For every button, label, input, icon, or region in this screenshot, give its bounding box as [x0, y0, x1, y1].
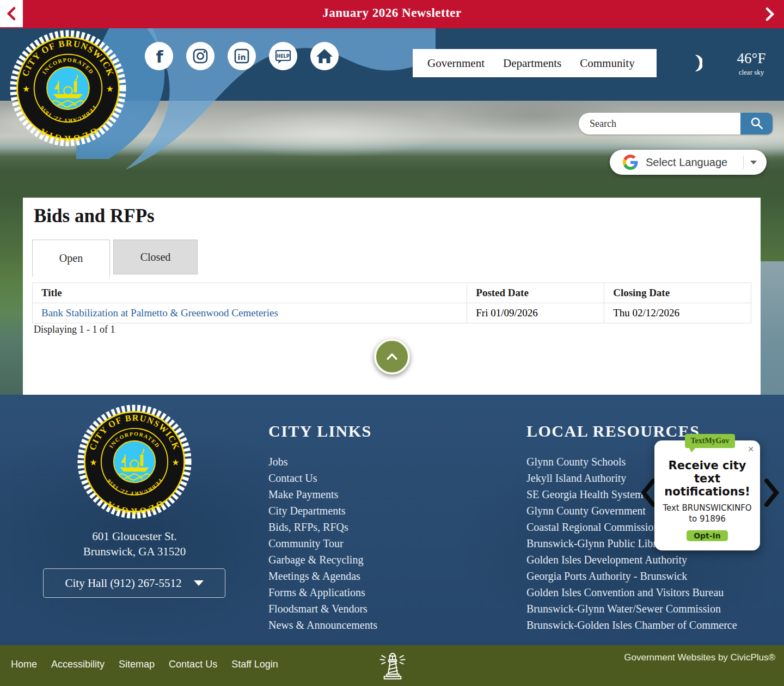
divider — [743, 156, 744, 169]
results-count: Displaying 1 - 1 of 1 — [34, 324, 115, 335]
local-resource-link[interactable]: Golden Isles Convention and Visitors Bur… — [526, 584, 737, 601]
language-selector-label: Select Language — [646, 156, 743, 169]
col-header-closing-date: Closing Date — [604, 283, 751, 303]
caret-down-icon — [194, 580, 204, 586]
address-line1: 601 Gloucester St. — [53, 530, 216, 543]
city-link[interactable]: City Departments — [268, 503, 377, 519]
language-selector[interactable]: Select Language — [610, 150, 767, 175]
bid-title-link[interactable]: Bank Stabilization at Palmetto & Greenwo… — [41, 307, 278, 318]
facebook-glyph: f — [145, 42, 173, 70]
search-button[interactable] — [740, 113, 773, 134]
civicplus-credit[interactable]: Government Websites by CivicPlus® — [624, 652, 775, 663]
local-resource-link[interactable]: Golden Isles Development Authority — [526, 552, 737, 568]
newsletter-title[interactable]: January 2026 Newsletter — [0, 6, 784, 20]
local-resources-title: LOCAL RESOURCES — [526, 422, 700, 440]
city-link[interactable]: Community Tour — [268, 535, 377, 552]
weather-temp: 46°F — [724, 50, 779, 67]
city-link[interactable]: Garbage & Recycling — [268, 552, 377, 568]
city-link[interactable]: Floodsmart & Vendors — [268, 601, 377, 617]
linkedin-icon[interactable]: in — [228, 42, 256, 70]
bottom-link-accessibility[interactable]: Accessibility — [51, 659, 105, 670]
address-line2: Brunswick, GA 31520 — [53, 545, 216, 559]
local-resource-link[interactable]: Georgia Ports Authority - Brunswick — [526, 568, 737, 584]
google-icon — [623, 155, 638, 170]
search-icon — [749, 115, 765, 132]
city-link[interactable]: Jobs — [268, 454, 377, 470]
help-icon[interactable]: HELP — [269, 42, 297, 70]
nav-government[interactable]: Government — [418, 57, 494, 70]
phone-dropdown[interactable]: City Hall (912) 267-5512 — [43, 568, 225, 598]
opt-in-button[interactable]: Opt-In — [687, 530, 728, 541]
city-link[interactable]: Bids, RFPs, RFQs — [268, 519, 377, 535]
textmygov-popup: TextMyGov ✕ Receive city text notificati… — [654, 440, 760, 550]
city-seal-footer — [77, 405, 192, 519]
close-icon[interactable]: ✕ — [748, 445, 754, 454]
lighthouse-icon — [378, 648, 407, 683]
utility-links: Home Accessibility Sitemap Contact Us St… — [11, 659, 278, 670]
page: CITY OF BRUNSWICK GEORGIA ★ ★ INCORPORAT… — [0, 0, 784, 686]
bid-posted-date: Fri 01/09/2026 — [467, 303, 604, 323]
city-link[interactable]: Meetings & Agendas — [268, 568, 377, 584]
city-link[interactable]: News & Announcements — [268, 617, 377, 633]
weather-widget[interactable]: 46°F clear sky — [724, 50, 779, 77]
newsletter-banner: January 2026 Newsletter — [0, 0, 784, 28]
city-seal-logo[interactable] — [10, 30, 126, 146]
linkedin-glyph: in — [228, 42, 256, 70]
weather-condition: clear sky — [724, 68, 779, 77]
svg-text:in: in — [238, 53, 246, 62]
local-resource-link[interactable]: Brunswick-Golden Isles Chamber of Commer… — [526, 617, 737, 633]
site-header: f in HELP — [0, 28, 784, 101]
popup-title: Receive city text notifications! — [660, 459, 755, 498]
page-title: Bids and RFPs — [34, 205, 155, 227]
bids-table: Title Posted Date Closing Date Bank Stab… — [32, 283, 751, 323]
bid-closing-date: Thu 02/12/2026 — [604, 303, 751, 323]
nav-community[interactable]: Community — [571, 57, 644, 70]
instagram-glyph — [186, 42, 215, 70]
city-link[interactable]: Contact Us — [268, 470, 377, 486]
bottom-bar: Home Accessibility Sitemap Contact Us St… — [0, 645, 784, 686]
chevron-down-icon — [750, 161, 757, 164]
textmygov-badge: TextMyGov — [685, 434, 735, 448]
table-row: Bank Stabilization at Palmetto & Greenwo… — [33, 303, 751, 323]
newsletter-next-button[interactable] — [760, 4, 780, 24]
bottom-link-sitemap[interactable]: Sitemap — [119, 659, 155, 670]
bottom-link-contact-us[interactable]: Contact Us — [169, 659, 217, 670]
local-resource-link[interactable]: Brunswick-Glynn Water/Sewer Commission — [526, 601, 737, 617]
search-input[interactable] — [579, 113, 740, 134]
facebook-icon[interactable]: f — [145, 42, 173, 70]
home-icon[interactable] — [310, 42, 339, 70]
table-header-row: Title Posted Date Closing Date — [33, 283, 751, 303]
city-link[interactable]: Make Payments — [268, 486, 377, 503]
bottom-link-home[interactable]: Home — [11, 659, 37, 670]
tab-open[interactable]: Open — [32, 240, 110, 277]
chevron-right-icon — [764, 7, 775, 21]
carousel-next-icon[interactable] — [762, 477, 782, 508]
help-bubble-glyph: HELP — [269, 42, 297, 70]
city-link[interactable]: Forms & Applications — [268, 584, 377, 601]
city-links-title: CITY LINKS — [268, 422, 372, 440]
city-links-list: Jobs Contact Us Make Payments City Depar… — [268, 454, 377, 633]
tab-closed[interactable]: Closed — [113, 240, 198, 274]
col-header-posted-date: Posted Date — [467, 283, 604, 303]
dark-mode-moon-icon[interactable] — [682, 53, 702, 74]
main-nav: Government Departments Community — [413, 49, 657, 77]
chevron-up-icon — [381, 346, 403, 367]
nav-departments[interactable]: Departments — [494, 57, 571, 70]
popup-body: Text BRUNSWICKINFO to 91896 — [659, 503, 756, 524]
svg-text:HELP: HELP — [277, 54, 289, 59]
scroll-to-top-button[interactable] — [374, 339, 410, 375]
site-footer: 601 Gloucester St. Brunswick, GA 31520 C… — [0, 395, 784, 645]
social-icons: f in HELP — [145, 42, 339, 70]
instagram-icon[interactable] — [186, 42, 215, 70]
search-bar — [579, 113, 773, 134]
home-glyph — [310, 42, 339, 70]
bottom-link-staff-login[interactable]: Staff Login — [231, 659, 278, 670]
col-header-title: Title — [33, 283, 467, 303]
svg-text:f: f — [156, 47, 163, 66]
phone-dropdown-label: City Hall (912) 267-5512 — [65, 577, 181, 590]
